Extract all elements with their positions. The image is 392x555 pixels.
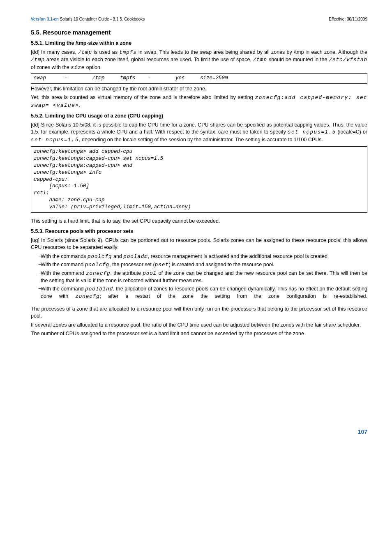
text: Yet, this area is counted as virtual mem…: [31, 94, 255, 100]
section-heading: 5.5. Resource management: [31, 28, 367, 37]
subsection-553-title: 5.5.3. Resource pools with processor set…: [31, 228, 367, 235]
text: ; after a restart of the zone the settin…: [100, 293, 367, 299]
s551-p1: [dd] In many cases, /tmp is used as tmpf…: [31, 49, 367, 72]
code-inline: /etc/vfstab: [329, 57, 367, 63]
code-inline: set ncpus=1.5: [288, 129, 336, 135]
text: areas are visible to each zone itself, g…: [45, 57, 253, 62]
s553-intro: [ug] In Solaris (since Solaris 9), CPUs …: [31, 237, 367, 251]
text: With the commands: [41, 253, 88, 259]
text: .: [79, 102, 80, 108]
spacer: [31, 302, 367, 306]
text: With the command: [41, 262, 85, 267]
code-inline: poolcfg: [85, 262, 110, 268]
s553-p2: The processes of a zone that are allocat…: [31, 306, 367, 320]
s552-p1: [dd] Since Solaris 10 5/08, it is possib…: [31, 122, 367, 144]
s551-p2: Yet, this area is counted as virtual mem…: [31, 94, 367, 109]
text: (locale=C) or: [336, 129, 367, 135]
text: , the attribute: [111, 270, 143, 276]
text: is used as: [92, 49, 119, 55]
code-block-zonecfg: zonecfg:keetonga> add capped-cpu zonecfg…: [31, 146, 367, 213]
text: , the processor set (: [109, 262, 154, 267]
header-date: Effective: 30/11/2009: [329, 16, 367, 22]
s552-after: This setting is a hard limit, that is to…: [31, 218, 367, 225]
code-inline: size: [71, 65, 85, 71]
text: option.: [85, 64, 101, 70]
subsection-552-title: 5.5.2. Limiting the CPU usage of a zone …: [31, 113, 367, 120]
bullet-dash: −: [31, 253, 41, 261]
text: , depending on the locale setting of the…: [79, 137, 323, 143]
page-number: 107: [31, 428, 367, 436]
text: in swap. This leads to the swap area bei…: [137, 49, 367, 55]
text: should be mounted in the: [267, 57, 329, 62]
code-inline: set ncpus=1,5: [31, 137, 79, 143]
code-inline: pset: [155, 262, 169, 268]
s551-after: However, this limitation can be changed …: [31, 85, 367, 93]
code-inline: pooladm: [123, 254, 148, 260]
code-inline: /tmp: [253, 57, 267, 63]
header-version: Version 3.1-en: [31, 17, 59, 21]
code-box-swap: swap - /tmp tmpfs - yes size=250m: [31, 73, 367, 84]
code-inline: zonecfg: [75, 294, 100, 299]
text: With the command: [41, 286, 85, 292]
list-text: With the command poolcfg, the processor …: [41, 261, 367, 269]
text: [dd] In many cases,: [31, 49, 78, 55]
list-text: With the command poolbind, the allocatio…: [41, 286, 367, 301]
list-item: − With the command poolbind, the allocat…: [31, 286, 367, 301]
code-inline: tmpfs: [119, 50, 137, 55]
code-inline: poolcfg: [88, 254, 112, 260]
bullet-dash: −: [31, 270, 41, 285]
list-item: − With the command poolcfg, the processo…: [31, 261, 367, 269]
code-inline: /tmp: [78, 50, 92, 55]
s553-p4: The number of CPUs assigned to the proce…: [31, 330, 367, 338]
subsection-551-title: 5.5.1. Limiting the /tmp-size within a z…: [31, 40, 367, 47]
list-text: With the commands poolcfg and pooladm, r…: [41, 253, 367, 261]
text: , resource management is activated and t…: [148, 253, 329, 259]
text: ) is created and assigned to the resourc…: [169, 262, 274, 267]
s553-p3: If several zones are allocated to a reso…: [31, 322, 367, 329]
text: With the command: [41, 270, 86, 276]
code-inline: poolbind: [85, 286, 113, 292]
code-inline: zonecfg: [86, 271, 111, 276]
page-header: Version 3.1-en Solaris 10 Container Guid…: [31, 16, 367, 22]
header-rest: Solaris 10 Container Guide - 3.1 5. Cook…: [59, 17, 145, 21]
code-inline: pool: [143, 271, 157, 276]
header-left: Version 3.1-en Solaris 10 Container Guid…: [31, 16, 145, 22]
list-item: − With the commands poolcfg and pooladm,…: [31, 253, 367, 261]
bullet-dash: −: [31, 261, 41, 269]
list-text: With the command zonecfg, the attribute …: [41, 270, 367, 285]
text: of zones with the: [31, 64, 71, 70]
text: and: [112, 253, 123, 259]
bullet-dash: −: [31, 286, 41, 301]
code-inline: /tmp: [31, 57, 45, 63]
list-item: − With the command zonecfg, the attribut…: [31, 270, 367, 285]
